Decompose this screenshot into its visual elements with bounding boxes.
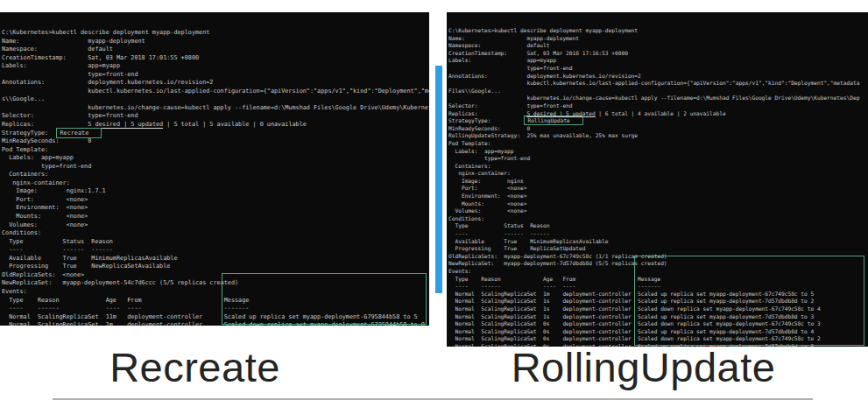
terminal-line: ---- ------ ------ bbox=[2, 246, 429, 255]
terminal-line: Type Status Reason bbox=[448, 222, 868, 230]
terminal-line: Name: myapp-deployment bbox=[2, 38, 429, 46]
caption-recreate: Recreate bbox=[0, 343, 390, 391]
terminal-line: kubernetes.io/change-cause=kubectl apply… bbox=[2, 104, 429, 113]
terminal-line: Selector: type=front-end bbox=[2, 112, 429, 121]
terminal-line: Annotations: deployment.kubernetes.io/re… bbox=[448, 73, 868, 81]
terminal-line: kubectl.kubernetes.io/last-applied-confi… bbox=[2, 88, 429, 96]
terminal-recreate[interactable]: C:\Kubernetes>kubectl describe deploymen… bbox=[0, 12, 429, 326]
terminal-line: s\\Google... bbox=[2, 95, 429, 104]
strategy-highlight-box: Recreate bbox=[56, 128, 102, 138]
terminal-line: nginx-container: bbox=[448, 170, 868, 178]
terminal-line: Progressing True NewReplicaSetAvailable bbox=[2, 263, 429, 271]
terminal-line: MinReadySeconds: 0 bbox=[2, 137, 429, 146]
terminal-line: MinReadySeconds: 0 bbox=[448, 125, 868, 133]
blue-divider-bar bbox=[435, 66, 442, 293]
terminal-line: Type Status Reason bbox=[2, 238, 429, 247]
terminal-line: ---- ------ ------ bbox=[448, 230, 868, 238]
terminal-line: StrategyType: Recreate bbox=[2, 130, 429, 138]
terminal-line: Image: nginx:1.7.1 bbox=[2, 187, 429, 196]
terminal-line: C:\Kubernetes>kubectl describe deploymen… bbox=[448, 27, 868, 35]
terminal-line: Mounts: <none> bbox=[448, 200, 868, 208]
terminal-line: CreationTimestamp: Sat, 03 Mar 2018 17:0… bbox=[2, 54, 429, 63]
terminal-line: Labels: app=myapp bbox=[2, 62, 429, 71]
strategy-highlight-box: RollingUpdate bbox=[524, 116, 582, 125]
terminal-line: Available True MinimumReplicasAvailable bbox=[448, 238, 868, 246]
terminal-line: Conditions: bbox=[2, 229, 429, 238]
terminal-line: Namespace: default bbox=[448, 42, 868, 50]
terminal-line: Namespace: default bbox=[2, 46, 429, 54]
terminal-line: Environment: <none> bbox=[2, 204, 429, 213]
events-message-highlight-box bbox=[222, 273, 427, 325]
terminal-line: Pod Template: bbox=[448, 140, 868, 148]
terminal-line: Progressing True ReplicaSetUpdated bbox=[448, 245, 868, 253]
terminal-line: Conditions: bbox=[448, 215, 868, 223]
caption-rollingupdate: RollingUpdate bbox=[448, 343, 838, 391]
terminal-line: type=front-end bbox=[448, 155, 868, 163]
terminal-line: Labels: app=myapp bbox=[448, 57, 868, 65]
terminal-line: type=front-end bbox=[2, 71, 429, 80]
terminal-line: Labels: app=myapp bbox=[2, 154, 429, 163]
terminal-line: Name: myapp-deployment bbox=[448, 35, 868, 43]
terminal-rollingupdate[interactable]: C:\Kubernetes>kubectl describe deploymen… bbox=[447, 12, 868, 347]
terminal-line: Selector: type=front-end bbox=[448, 102, 868, 110]
terminal-line: type=front-end bbox=[448, 65, 868, 73]
terminal-line: type=front-end bbox=[2, 163, 429, 172]
terminal-line: RollingUpdateStrategy: 25% max unavailab… bbox=[448, 132, 868, 140]
terminal-line: Labels: app=myapp bbox=[448, 148, 868, 156]
terminal-line: Files\\Google... bbox=[448, 88, 868, 95]
terminal-line: C:\Kubernetes>kubectl describe deploymen… bbox=[2, 29, 429, 38]
bottom-rule bbox=[53, 398, 813, 400]
events-message-highlight-box bbox=[634, 256, 864, 346]
terminal-line: kubectl.kubernetes.io/last-applied-confi… bbox=[448, 80, 868, 88]
terminal-line: Pod Template: bbox=[2, 146, 429, 155]
terminal-line: Port: <none> bbox=[448, 185, 868, 193]
terminal-line: kubernetes.io/change-cause=kubectl apply… bbox=[448, 95, 868, 102]
terminal-line: Replicas: 5 desired | 5 updated | 6 tota… bbox=[448, 110, 868, 118]
terminal-line: CreationTimestamp: Sat, 03 Mar 2018 17:1… bbox=[448, 50, 868, 58]
terminal-line: Containers: bbox=[448, 163, 868, 171]
terminal-line: Mounts: <none> bbox=[2, 213, 429, 221]
terminal-line: Containers: bbox=[2, 171, 429, 179]
terminal-line: Volumes: <none> bbox=[2, 221, 429, 230]
terminal-line: nginx-container: bbox=[2, 179, 429, 188]
terminal-line: Environment: <none> bbox=[448, 193, 868, 200]
terminal-line: Annotations: deployment.kubernetes.io/re… bbox=[2, 79, 429, 88]
terminal-line: Port: <none> bbox=[2, 196, 429, 205]
terminal-line: Available True MinimumReplicasAvailable bbox=[2, 255, 429, 263]
terminal-line: Image: nginx bbox=[448, 178, 868, 186]
terminal-line: Volumes: <none> bbox=[448, 207, 868, 215]
terminal-line: StrategyType: RollingUpdate bbox=[448, 117, 868, 125]
